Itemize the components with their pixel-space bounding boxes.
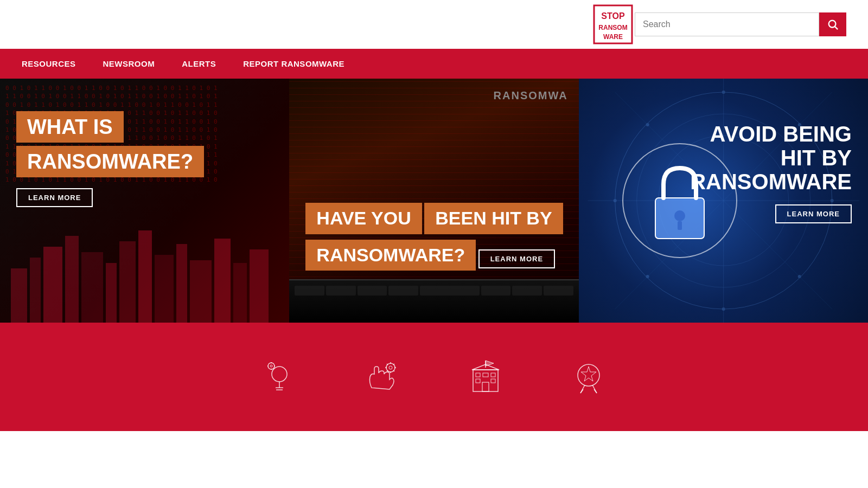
card2-title-line1: HAVE YOU	[316, 208, 411, 228]
nav-resources[interactable]: RESOURCES	[22, 59, 76, 68]
svg-rect-16	[190, 260, 212, 323]
bottom-icon-4	[570, 358, 608, 396]
search-bar	[635, 12, 846, 36]
svg-rect-12	[119, 241, 136, 323]
svg-point-69	[578, 364, 599, 386]
logo-icon: STOP RANSOM WARE	[591, 3, 635, 46]
nav-newsroom[interactable]: NEWSROOM	[103, 59, 155, 68]
bottom-icon-3	[467, 358, 505, 396]
svg-marker-70	[581, 367, 596, 381]
card3-learn-more-button[interactable]: LEARN MORE	[775, 204, 852, 223]
svg-point-37	[674, 210, 685, 221]
svg-rect-9	[65, 236, 79, 323]
card2-content: HAVE YOU BEEN HIT BY RANSOMWARE? LEARN M…	[305, 201, 578, 279]
svg-point-33	[646, 275, 649, 278]
svg-rect-17	[214, 239, 231, 323]
medal-star-icon	[570, 358, 608, 396]
bottom-icon-1	[260, 358, 298, 396]
svg-rect-18	[233, 263, 247, 323]
card2-title-line3: RANSOMWARE?	[316, 245, 465, 265]
card1-title-line1: WHAT IS	[27, 115, 113, 138]
hero-grid: 0 0 1 0 1 1 0 0 1 0 0 1 1 0 0 1 0 1 1 0 …	[0, 79, 868, 323]
svg-rect-15	[176, 244, 187, 323]
svg-rect-10	[81, 252, 103, 323]
search-input[interactable]	[635, 12, 819, 36]
svg-rect-64	[476, 373, 480, 377]
logo: STOP RANSOM WARE	[591, 3, 635, 46]
svg-line-5	[835, 27, 838, 29]
svg-text:RANSOM: RANSOM	[598, 24, 627, 31]
search-icon	[827, 18, 839, 30]
bottom-icon-2	[363, 358, 401, 396]
card3-content: AVOID BEING HIT BY RANSOMWARE LEARN MORE	[690, 122, 852, 223]
svg-rect-8	[43, 247, 62, 323]
main-nav: RESOURCES NEWSROOM ALERTS REPORT RANSOMW…	[0, 49, 868, 79]
card-what-is-ransomware: 0 0 1 0 1 1 0 0 1 0 0 1 1 0 0 1 0 1 1 0 …	[0, 79, 289, 323]
nav-alerts[interactable]: ALERTS	[182, 59, 216, 68]
building-icon	[467, 358, 505, 396]
svg-point-4	[829, 21, 836, 28]
lightbulb-gear-icon	[260, 358, 298, 396]
svg-text:STOP: STOP	[601, 11, 625, 21]
svg-point-31	[646, 123, 649, 126]
svg-rect-66	[491, 373, 495, 377]
svg-point-29	[722, 91, 725, 94]
card2-title-line2: BEEN HIT BY	[435, 208, 552, 228]
svg-rect-67	[491, 379, 495, 383]
card1-learn-more-button[interactable]: LEARN MORE	[16, 188, 93, 207]
svg-rect-38	[678, 221, 682, 230]
header: STOP RANSOM WARE	[0, 0, 868, 49]
svg-rect-19	[250, 249, 269, 323]
svg-rect-14	[155, 255, 174, 323]
card1-title-line2: RANSOMWARE?	[27, 150, 193, 173]
hand-gear-icon	[363, 358, 401, 396]
city-illustration	[0, 214, 271, 323]
svg-point-50	[389, 366, 392, 369]
search-button[interactable]	[819, 12, 846, 36]
card2-learn-more-button[interactable]: LEARN MORE	[478, 249, 555, 268]
svg-rect-65	[476, 379, 480, 383]
svg-point-44	[270, 365, 272, 367]
bottom-section	[0, 323, 868, 431]
card3-title: AVOID BEING HIT BY RANSOMWARE	[690, 122, 852, 194]
svg-rect-68	[483, 373, 488, 377]
svg-rect-11	[106, 263, 117, 323]
svg-rect-13	[138, 230, 152, 323]
card-been-hit: RANSOMWA HAVE YOU	[289, 79, 578, 323]
nav-report[interactable]: REPORT RANSOMWARE	[243, 59, 344, 68]
svg-text:WARE: WARE	[603, 33, 623, 41]
card1-content: WHAT IS RANSOMWARE? LEARN MORE	[16, 111, 204, 207]
card-avoid: AVOID BEING HIT BY RANSOMWARE LEARN MORE	[579, 79, 868, 323]
svg-point-39	[272, 367, 287, 382]
svg-rect-6	[11, 268, 27, 323]
svg-point-43	[268, 363, 275, 369]
svg-rect-7	[30, 258, 41, 323]
svg-point-30	[722, 307, 725, 311]
svg-point-34	[797, 275, 801, 278]
svg-rect-63	[482, 382, 489, 391]
svg-point-27	[613, 199, 616, 202]
